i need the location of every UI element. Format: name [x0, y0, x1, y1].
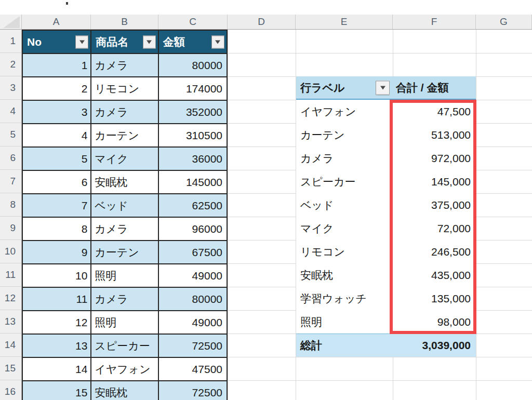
table-cell[interactable]: 2: [23, 77, 91, 101]
table-cell[interactable]: 3: [23, 101, 91, 124]
table-cell[interactable]: 15: [23, 381, 91, 400]
table-cell[interactable]: 72500: [159, 335, 228, 358]
row-header-15[interactable]: 15: [0, 357, 22, 380]
table-cell[interactable]: 5: [23, 148, 91, 171]
row-header-6[interactable]: 6: [0, 146, 22, 170]
table-cell[interactable]: 安眠枕: [91, 171, 158, 194]
table-cell[interactable]: 145000: [159, 171, 228, 194]
header-cell-product[interactable]: 商品名: [91, 31, 158, 54]
pivot-row-value-cell[interactable]: 98,000: [393, 310, 476, 334]
header-cell-no[interactable]: No: [23, 31, 91, 54]
table-cell[interactable]: 12: [23, 311, 91, 335]
row-header-8[interactable]: 8: [0, 193, 22, 217]
row-header-12[interactable]: 12: [0, 287, 22, 310]
table-cell[interactable]: カーテン: [91, 124, 158, 148]
column-header-D[interactable]: D: [228, 15, 296, 29]
row-header-4[interactable]: 4: [0, 100, 22, 123]
table-cell[interactable]: カメラ: [91, 101, 158, 124]
table-cell[interactable]: スピーカー: [91, 335, 158, 358]
row-header-13[interactable]: 13: [0, 310, 22, 334]
column-header-C[interactable]: C: [158, 15, 228, 29]
table-cell[interactable]: ベッド: [91, 194, 158, 218]
table-cell[interactable]: 310500: [159, 124, 228, 148]
pivot-row-value-cell[interactable]: 375,000: [393, 193, 476, 217]
pivot-row-value-cell[interactable]: 513,000: [393, 123, 476, 146]
table-cell[interactable]: 80000: [159, 288, 228, 311]
filter-dropdown-button[interactable]: [211, 35, 224, 48]
column-header-E[interactable]: E: [296, 15, 393, 29]
table-cell[interactable]: 照明: [91, 264, 158, 288]
table-cell[interactable]: 10: [23, 264, 91, 288]
row-header-1[interactable]: 1: [0, 30, 22, 53]
pivot-row-label-cell[interactable]: イヤフォン: [296, 100, 393, 123]
table-cell[interactable]: リモコン: [91, 77, 158, 101]
row-header-9[interactable]: 9: [0, 217, 22, 240]
table-cell[interactable]: マイク: [91, 148, 158, 171]
table-cell[interactable]: 352000: [159, 101, 228, 124]
table-cell[interactable]: 62500: [159, 194, 228, 218]
table-cell[interactable]: 8: [23, 218, 91, 241]
table-cell[interactable]: 80000: [159, 54, 228, 77]
row-header-3[interactable]: 3: [0, 76, 22, 100]
pivot-row-label-cell[interactable]: 学習ウォッチ: [296, 287, 393, 310]
row-header-10[interactable]: 10: [0, 240, 22, 263]
table-cell[interactable]: 照明: [91, 311, 158, 335]
column-header-A[interactable]: A: [22, 15, 91, 29]
header-cell-amount[interactable]: 金額: [159, 31, 228, 54]
table-cell[interactable]: 67500: [159, 241, 228, 264]
pivot-row-value-cell[interactable]: 246,500: [393, 240, 476, 263]
column-header-B[interactable]: B: [91, 15, 158, 29]
pivot-total-value-cell[interactable]: 3,039,000: [393, 334, 476, 357]
pivot-row-label-cell[interactable]: マイク: [296, 217, 393, 240]
pivot-row-label-cell[interactable]: カメラ: [296, 146, 393, 170]
table-cell[interactable]: 7: [23, 194, 91, 218]
pivot-filter-dropdown-button[interactable]: [376, 81, 390, 95]
pivot-row-label-cell[interactable]: ベッド: [296, 193, 393, 217]
table-cell[interactable]: 11: [23, 288, 91, 311]
column-header-G[interactable]: G: [476, 15, 532, 29]
column-header-F[interactable]: F: [393, 15, 476, 29]
pivot-row-label-cell[interactable]: 安眠枕: [296, 263, 393, 287]
pivot-row-value-cell[interactable]: 47,500: [393, 100, 476, 123]
table-cell[interactable]: 49000: [159, 264, 228, 288]
pivot-row-value-cell[interactable]: 135,000: [393, 287, 476, 310]
pivot-row-label-header-cell[interactable]: 行ラベル: [296, 76, 393, 99]
table-cell[interactable]: 49000: [159, 311, 228, 335]
row-header-14[interactable]: 14: [0, 334, 22, 357]
pivot-row-label-cell[interactable]: スピーカー: [296, 170, 393, 193]
pivot-value-header-cell[interactable]: 合計 / 金額: [393, 76, 476, 99]
table-cell[interactable]: 安眠枕: [91, 381, 158, 400]
table-cell[interactable]: 9: [23, 241, 91, 264]
table-cell[interactable]: イヤフォン: [91, 358, 158, 381]
pivot-total-label-cell[interactable]: 総計: [296, 334, 393, 357]
table-cell[interactable]: 174000: [159, 77, 228, 101]
row-header-5[interactable]: 5: [0, 123, 22, 146]
pivot-row-value-cell[interactable]: 145,000: [393, 170, 476, 193]
table-cell[interactable]: カメラ: [91, 288, 158, 311]
table-cell[interactable]: 13: [23, 335, 91, 358]
table-cell[interactable]: カメラ: [91, 54, 158, 77]
filter-dropdown-button[interactable]: [75, 35, 88, 48]
pivot-row-label-cell[interactable]: カーテン: [296, 123, 393, 146]
pivot-row-label-cell[interactable]: 照明: [296, 310, 393, 334]
table-cell[interactable]: 36000: [159, 148, 228, 171]
row-header-11[interactable]: 11: [0, 263, 22, 287]
table-cell[interactable]: 72500: [159, 381, 228, 400]
table-cell[interactable]: 6: [23, 171, 91, 194]
select-all-corner[interactable]: [0, 15, 22, 29]
pivot-row-label-cell[interactable]: リモコン: [296, 240, 393, 263]
table-cell[interactable]: 96000: [159, 218, 228, 241]
row-header-16[interactable]: 16: [0, 380, 22, 400]
table-cell[interactable]: 47500: [159, 358, 228, 381]
row-header-7[interactable]: 7: [0, 170, 22, 193]
pivot-row-value-cell[interactable]: 72,000: [393, 217, 476, 240]
pivot-row-value-cell[interactable]: 972,000: [393, 146, 476, 170]
row-header-2[interactable]: 2: [0, 53, 22, 76]
table-cell[interactable]: カーテン: [91, 241, 158, 264]
pivot-row-value-cell[interactable]: 435,000: [393, 263, 476, 287]
table-cell[interactable]: 14: [23, 358, 91, 381]
table-cell[interactable]: 1: [23, 54, 91, 77]
table-cell[interactable]: 4: [23, 124, 91, 148]
table-cell[interactable]: カメラ: [91, 218, 158, 241]
filter-dropdown-button[interactable]: [143, 35, 156, 48]
